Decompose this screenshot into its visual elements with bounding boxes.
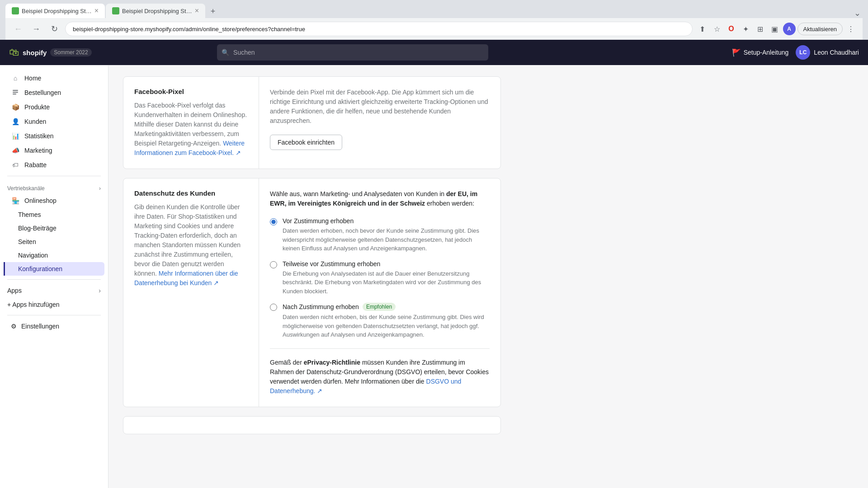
sidebar-divider-2 (7, 279, 101, 280)
privacy-desc-text: Gib deinen Kunden die Kontrolle über ihr… (134, 203, 241, 277)
avatar-icon[interactable]: A (783, 23, 796, 35)
fb-connect-text: Verbinde dein Pixel mit der Facebook-App… (270, 88, 490, 126)
extension-icon[interactable]: ✦ (740, 23, 752, 35)
share-icon[interactable]: ⬆ (696, 23, 709, 35)
reload-button[interactable]: ↻ (47, 22, 61, 36)
tab-title-2: Beispiel Dropshipping Store (122, 8, 192, 14)
sidebar-sub-pages[interactable]: Seiten (4, 235, 104, 249)
recommended-badge: Empfohlen (363, 303, 396, 311)
sidebar-item-orders[interactable]: Bestellungen (4, 85, 104, 100)
settings-icon: ⚙ (11, 323, 17, 330)
new-tab-button[interactable]: + (206, 5, 220, 18)
topbar-actions: 🚩 Setup-Anleitung LC Leon Chaudhari (732, 45, 859, 60)
eprivacy-bold: ePrivacy-Richtlinie (304, 359, 360, 366)
privacy-option-before-desc: Daten werden erhoben, noch bevor der Kun… (283, 226, 490, 253)
sidebar: ⌂ Home Bestellungen 📦 Produkte 👤 Kunden … (0, 66, 108, 488)
facebook-card-left: Facebook-Pixel Das Facebook-Pixel verfol… (123, 77, 259, 169)
topbar-search-wrap: 🔍 (217, 44, 488, 61)
apps-label: Apps (7, 287, 22, 294)
discounts-icon: 🏷 (11, 161, 20, 169)
sidebar-divider-3 (7, 315, 101, 315)
browser-tab-2[interactable]: Beispiel Dropshipping Store × (106, 4, 205, 18)
sidebar-apps-section: Apps › (0, 283, 108, 298)
sidebar-item-marketing[interactable]: 📣 Marketing (4, 143, 104, 158)
privacy-option-after: Nach Zustimmung erhoben Empfohlen Daten … (270, 303, 490, 339)
sales-channels-chevron[interactable]: › (99, 185, 101, 192)
back-button[interactable]: ← (11, 22, 25, 36)
sidebar-sub-navigation[interactable]: Navigation (4, 249, 104, 262)
privacy-option-after-title: Nach Zustimmung erhoben Empfohlen (283, 303, 490, 311)
add-apps-button[interactable]: + Apps hinzufügen (0, 298, 108, 311)
privacy-card-left: Datenschutz des Kunden Gib deinen Kunden… (123, 178, 259, 407)
sidebar-item-home[interactable]: ⌂ Home (4, 71, 104, 85)
more-options-icon[interactable]: ⋮ (844, 23, 857, 35)
sidebar-sub-themes[interactable]: Themes (4, 208, 104, 221)
topbar: 🛍 shopify Sommer 2022 🔍 🚩 Setup-Anleitun… (0, 40, 868, 65)
user-menu[interactable]: LC Leon Chaudhari (796, 45, 859, 60)
privacy-radio-partial[interactable] (270, 261, 277, 268)
privacy-link-icon: ↗ (213, 279, 219, 286)
facebook-pixel-title: Facebook-Pixel (134, 88, 248, 95)
content-inner: Facebook-Pixel Das Facebook-Pixel verfol… (108, 66, 515, 454)
tab-overflow-icon[interactable]: ⌄ (854, 8, 861, 18)
privacy-card: Datenschutz des Kunden Gib deinen Kunden… (123, 178, 501, 407)
browser-nav: ← → ↻ ⬆ ☆ O ✦ ⊞ ▣ A Aktualisieren ⋮ (5, 18, 863, 40)
privacy-radio-after[interactable] (270, 304, 277, 311)
settings-item[interactable]: ⚙ Einstellungen (4, 319, 104, 333)
privacy-description: Gib deinen Kunden die Kontrolle über ihr… (134, 202, 248, 288)
tab-close-2[interactable]: × (195, 7, 199, 14)
topbar-search: 🔍 (217, 44, 488, 61)
forward-button[interactable]: → (29, 22, 43, 36)
browser-chrome: Beispiel Dropshipping Store ·... × Beisp… (0, 0, 868, 40)
tab-close-1[interactable]: × (94, 7, 99, 14)
tab-title-1: Beispiel Dropshipping Store ·... (22, 8, 92, 14)
topbar-logo: 🛍 shopify Sommer 2022 (9, 47, 92, 58)
sidebar-item-products[interactable]: 📦 Produkte (4, 100, 104, 114)
user-name: Leon Chaudhari (814, 49, 859, 56)
sidebar-item-analytics[interactable]: 📊 Statistiken (4, 129, 104, 143)
sidebar-label-marketing: Marketing (24, 147, 52, 154)
bookmark-icon[interactable]: ☆ (711, 23, 723, 35)
sidebar-label-home: Home (24, 75, 41, 82)
privacy-intro-end: erhoben werden: (427, 200, 474, 207)
analytics-icon: 📊 (11, 132, 20, 140)
sales-channels-section: Vertriebskanäle › (0, 180, 108, 193)
setup-guide-link[interactable]: 🚩 Setup-Anleitung (732, 48, 789, 57)
sidebar-sub-config[interactable]: Konfigurationen (4, 262, 104, 276)
browser-tabs: Beispiel Dropshipping Store ·... × Beisp… (5, 4, 863, 18)
menu-icon-2[interactable]: ▣ (769, 23, 781, 35)
privacy-label-after: Nach Zustimmung erhoben Empfohlen Daten … (283, 303, 490, 339)
flag-icon: 🚩 (732, 48, 741, 57)
tab-favicon-1 (12, 7, 19, 14)
browser-tab-1[interactable]: Beispiel Dropshipping Store ·... × (5, 4, 105, 18)
sidebar-item-customers[interactable]: 👤 Kunden (4, 114, 104, 129)
update-button[interactable]: Aktualisieren (797, 23, 843, 35)
privacy-title: Datenschutz des Kunden (134, 189, 248, 197)
sidebar-sub-blog[interactable]: Blog-Beiträge (4, 221, 104, 235)
menu-icon-1[interactable]: ⊞ (754, 23, 767, 35)
apps-chevron[interactable]: › (99, 287, 101, 294)
sidebar-label-onlineshop: Onlineshop (24, 197, 57, 204)
sidebar-label-navigation: Navigation (18, 252, 48, 259)
sidebar-item-onlineshop[interactable]: 🏪 Onlineshop (4, 193, 104, 208)
facebook-setup-button[interactable]: Facebook einrichten (270, 135, 342, 150)
sidebar-label-discounts: Rabatte (24, 161, 47, 169)
privacy-label-before: Vor Zustimmung erhoben Daten werden erho… (283, 217, 490, 253)
products-icon: 📦 (11, 103, 20, 111)
opera-icon[interactable]: O (725, 23, 738, 35)
sidebar-item-discounts[interactable]: 🏷 Rabatte (4, 158, 104, 172)
privacy-radio-before[interactable] (270, 218, 277, 225)
url-bar[interactable] (65, 22, 693, 36)
add-apps-label: + Apps hinzufügen (7, 301, 60, 308)
sidebar-divider-1 (7, 176, 101, 176)
privacy-option-after-label: Nach Zustimmung erhoben (283, 303, 359, 310)
privacy-intro: Wähle aus, wann Marketing- und Analyseda… (270, 189, 490, 208)
eprivacy-link-ext-icon: ↗ (317, 387, 322, 394)
facebook-card-right: Verbinde dein Pixel mit der Facebook-App… (259, 77, 500, 169)
settings-label: Einstellungen (21, 323, 59, 330)
search-input[interactable] (217, 44, 488, 61)
sidebar-label-themes: Themes (18, 211, 41, 218)
orders-icon (11, 89, 20, 96)
home-icon: ⌂ (11, 75, 20, 82)
privacy-intro-text1: Wähle aus, wann Marketing- und Analyseda… (270, 190, 444, 197)
